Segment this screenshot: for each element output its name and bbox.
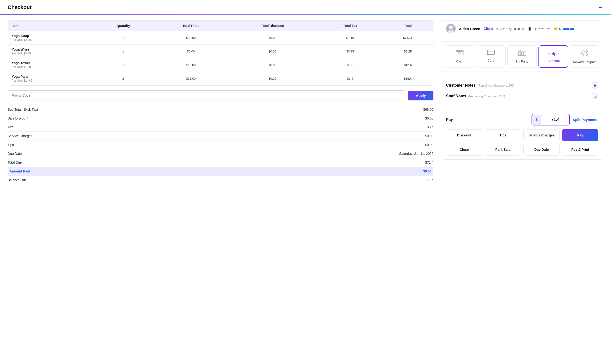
totals-amount-paid-row: Amount Paid $0.00 [8, 167, 433, 176]
item-quantity-cell: 2 [92, 72, 155, 85]
promo-code-input[interactable] [8, 91, 405, 100]
due-date-button[interactable]: Due Date [523, 143, 560, 156]
item-name-cell: Yoga Wheel Per Unit: $5.00 [8, 45, 92, 58]
notes-section: Customer Notes (Remaining Characters: 25… [441, 76, 603, 105]
col-total-discount: Total Discount [227, 21, 318, 31]
totals-tax-row: Tax $3.4 [8, 123, 433, 132]
tips-label: Tips [8, 143, 14, 147]
item-quantity-cell: 1 [92, 58, 155, 72]
item-name-cell: Yoga Towel Per Unit: $12.00 [8, 58, 92, 72]
pay-amount-box: $ 71.4 [531, 114, 570, 126]
customer-notes-row: Customer Notes (Remaining Characters: 25… [446, 80, 598, 91]
card-label: Card [488, 59, 494, 62]
svg-rect-10 [519, 52, 520, 55]
svg-marker-16 [583, 51, 587, 55]
bank-icon [518, 49, 526, 58]
park-sale-button[interactable]: Park Sale [485, 143, 521, 156]
service-charges-value: $0.00 [425, 134, 433, 138]
svg-rect-13 [524, 52, 525, 55]
service-charges-button[interactable]: Service Charges [523, 129, 560, 141]
pay-dollar-sign: $ [532, 115, 541, 125]
svg-point-4 [458, 52, 461, 54]
totals-balance-due-row: Balance Due -71.4 [8, 176, 433, 184]
item-quantity-cell: 1 [92, 31, 155, 45]
apply-button[interactable]: Apply [408, 91, 433, 100]
discount-button[interactable]: Discount [446, 129, 482, 141]
payment-method-reward[interactable]: Reward Program [570, 45, 599, 68]
tips-value: $0.00 [425, 143, 433, 147]
3rdparty-label: 3rd Party [516, 60, 528, 63]
pay-amount-row: Pay $ 71.4 Split Payments [446, 114, 598, 126]
close-button[interactable]: Close [446, 143, 482, 156]
split-payments-button[interactable]: Split Payments [572, 117, 598, 122]
add-staff-note-button[interactable]: ⊕ [592, 93, 598, 100]
customer-info-bar: Aiden Green Client ✉ a.***@gmail.com 📱 +… [441, 20, 603, 37]
item-discount-cell: $0.00 [227, 45, 318, 58]
totals-service-charges-row: Service Charges $0.00 [8, 132, 433, 141]
tips-button[interactable]: Tips [485, 129, 521, 141]
table-row: Yoga Strap Per Unit: $23.00 1 $23.00 $0.… [8, 31, 433, 45]
table-row: Yoga Wheel Per Unit: $5.00 1 $5.00 $0.00… [8, 45, 433, 58]
table-row: Yoga Pant Per Unit: $14.00 2 $28.00 $0.0… [8, 72, 433, 85]
item-discount-cell: $0.00 [227, 58, 318, 72]
amount-paid-label: Amount Paid [10, 169, 30, 173]
items-table-card: Item Quantity Total Price Total Discount… [8, 20, 433, 86]
back-button[interactable]: ← [598, 4, 603, 11]
col-total-tax: Total Tax [318, 21, 383, 31]
promo-row: Apply [8, 91, 433, 100]
item-total-cell: $5.25 [382, 45, 433, 58]
totals-section: Sub Total (Excl. Tax) $68.00 Sale Discou… [8, 105, 433, 184]
payment-methods: Cash Card [441, 41, 603, 72]
col-total-price: Total Price [155, 21, 227, 31]
col-item: Item [8, 21, 92, 31]
pay-section: Pay $ 71.4 Split Payments Discount Tips … [441, 110, 603, 160]
staff-notes-sub: (Remaining Characters: 250) [468, 95, 505, 98]
col-total: Total [382, 21, 433, 31]
card-icon [487, 49, 495, 57]
totals-total-due-row: Total Due $71.4 [8, 158, 433, 167]
page-title: Checkout [8, 4, 31, 11]
customer-notes-label: Customer Notes (Remaining Characters: 25… [446, 83, 514, 88]
item-discount-cell: $0.00 [227, 31, 318, 45]
due-date-value: Saturday, Jan 11, 2025 [399, 152, 433, 156]
phone-icon: 📱 [528, 27, 531, 30]
item-tax-cell: $1.4 [318, 72, 383, 85]
terminal-label: Terminal [547, 59, 560, 63]
right-panel: Aiden Green Client ✉ a.***@gmail.com 📱 +… [441, 20, 603, 184]
item-name-cell: Yoga Pant Per Unit: $14.00 [8, 72, 92, 85]
pay-amount-value: 71.4 [541, 114, 569, 125]
svg-rect-3 [456, 50, 463, 55]
pay-print-button[interactable]: Pay & Print [562, 143, 598, 156]
cash-label: Cash [456, 60, 463, 63]
tax-value: $3.4 [427, 125, 433, 129]
left-panel: Item Quantity Total Price Total Discount… [8, 20, 433, 184]
item-quantity-cell: 1 [92, 45, 155, 58]
customer-email-info: ✉ a.***@gmail.com [496, 27, 524, 30]
item-total-cell: $29.4 [382, 72, 433, 85]
add-customer-note-button[interactable]: ⊕ [592, 82, 598, 89]
customer-name: Aiden Green [459, 27, 480, 31]
col-quantity: Quantity [92, 21, 155, 31]
item-tax-cell: $0.6 [318, 58, 383, 72]
item-tax-cell: $0.25 [318, 45, 383, 58]
reward-label: Reward Program [573, 60, 597, 64]
svg-rect-11 [520, 52, 521, 55]
item-total-cell: $12.6 [382, 58, 433, 72]
staff-notes-label: Staff Notes (Remaining Characters: 250) [446, 94, 505, 98]
amount-paid-value: $0.00 [423, 169, 432, 173]
totals-sale-discount-row: Sale Discount $0.00 [8, 114, 433, 123]
table-header-row: Item Quantity Total Price Total Discount… [8, 21, 433, 31]
payment-method-card[interactable]: Card [476, 45, 505, 68]
svg-point-1 [449, 26, 453, 29]
payment-method-terminal[interactable]: stripe Terminal [538, 45, 568, 68]
tax-label: Tax [8, 125, 13, 129]
app-header: Checkout ← [0, 0, 611, 11]
customer-phone: +1*** *** **** [533, 27, 550, 30]
payment-method-3rdparty[interactable]: 3rd Party [507, 45, 537, 68]
stripe-icon: stripe [548, 50, 558, 57]
pay-button[interactable]: Pay [562, 129, 598, 141]
pay-label: Pay [446, 117, 529, 122]
balance-due-value: -71.4 [426, 178, 433, 182]
client-badge: Client [484, 27, 493, 30]
payment-method-cash[interactable]: Cash [445, 45, 474, 68]
